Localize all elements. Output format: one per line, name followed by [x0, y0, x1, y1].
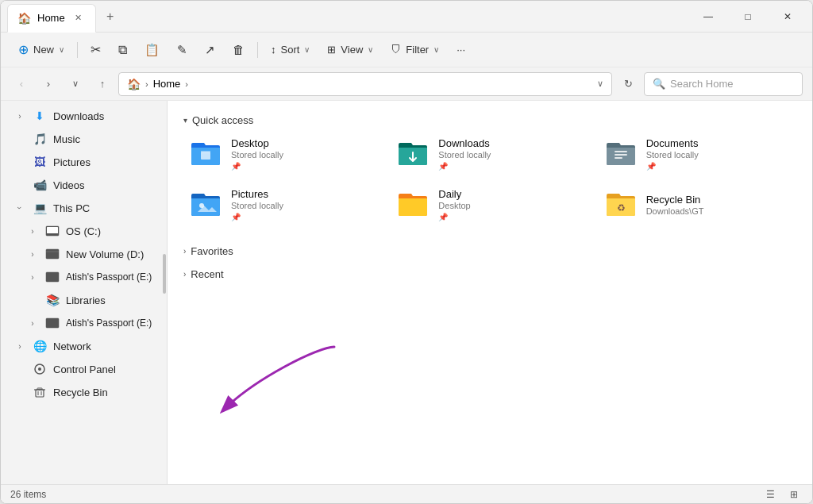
svg-rect-6	[46, 318, 59, 328]
status-bar-right: ☰ ⊞	[761, 486, 803, 503]
folder-item-downloads[interactable]: Downloads Stored locally 📌	[387, 130, 591, 178]
refresh-button[interactable]: ↻	[617, 73, 639, 95]
sidebar-item-videos[interactable]: 📹 Videos	[4, 174, 164, 196]
rename-button[interactable]: ✎	[169, 37, 195, 63]
toolbar-sep-1	[77, 42, 78, 58]
network-chevron: ›	[13, 340, 26, 352]
search-placeholder: Search Home	[670, 78, 733, 90]
folder-item-recycle-bin[interactable]: ♻ Recycle Bin Downloads\GT	[595, 181, 800, 229]
sidebar-item-atish-e1[interactable]: › Atish's Passport (E:)	[4, 266, 164, 288]
os-c-icon	[45, 224, 60, 238]
tab-close-button[interactable]: ✕	[71, 11, 86, 25]
recent-section: › Recent	[180, 264, 800, 284]
new-volume-d-chevron: ›	[26, 248, 39, 260]
recycle-bin-subtitle: Downloads\GT	[646, 206, 704, 216]
sidebar-new-volume-label: New Volume (D:)	[66, 248, 157, 260]
sidebar-os-c-label: OS (C:)	[66, 225, 157, 237]
recent-header[interactable]: › Recent	[180, 264, 800, 284]
daily-name: Daily	[438, 188, 470, 200]
recent-chevron-icon: ›	[183, 270, 186, 279]
grid-view-button[interactable]: ⊞	[785, 486, 803, 503]
libraries-icon: 📚	[45, 293, 60, 307]
active-tab[interactable]: 🏠 Home ✕	[7, 4, 96, 33]
sidebar-item-recycle-bin[interactable]: Recycle Bin	[4, 381, 164, 403]
sidebar-item-network[interactable]: › 🌐 Network	[4, 335, 164, 357]
sidebar-recycle-bin-label: Recycle Bin	[53, 387, 157, 398]
sidebar: › ⬇ Downloads 🎵 Music 🖼 Pictures 📹 Video	[1, 101, 168, 484]
libraries-chevron	[26, 294, 39, 306]
sidebar-item-os-c[interactable]: › OS (C:)	[4, 220, 164, 242]
share-button[interactable]: ↗	[197, 37, 223, 63]
delete-button[interactable]: 🗑	[225, 37, 252, 63]
folder-item-pictures[interactable]: Pictures Stored locally 📌	[180, 181, 384, 229]
svg-rect-5	[46, 272, 59, 282]
cut-button[interactable]: ✂	[83, 37, 109, 63]
sidebar-item-libraries[interactable]: 📚 Libraries	[4, 289, 164, 311]
filter-chevron: ∨	[433, 45, 439, 54]
new-label: New	[33, 44, 54, 56]
recycle-bin-folder-info: Recycle Bin Downloads\GT	[646, 194, 704, 216]
up-button[interactable]: ↑	[91, 73, 114, 95]
sidebar-item-new-volume-d[interactable]: › New Volume (D:)	[4, 243, 164, 265]
delete-icon: 🗑	[233, 43, 245, 56]
minimize-button[interactable]: —	[690, 4, 726, 29]
more-button[interactable]: ···	[449, 37, 473, 63]
new-tab-button[interactable]: +	[99, 6, 121, 28]
downloads-folder-icon	[395, 137, 430, 171]
close-button[interactable]: ✕	[769, 4, 806, 29]
grid-view-icon: ⊞	[790, 489, 798, 500]
sidebar-item-atish-e2[interactable]: › Atish's Passport (E:)	[4, 312, 164, 334]
forward-button[interactable]: ›	[37, 73, 60, 95]
copy-button[interactable]: ⧉	[110, 37, 135, 63]
svg-rect-14	[201, 152, 210, 160]
address-home-icon: 🏠	[127, 78, 141, 90]
expand-button[interactable]: ∨	[64, 73, 87, 95]
recycle-bin-folder-icon: ♻	[603, 187, 638, 222]
sort-button[interactable]: ↕ Sort ∨	[263, 37, 318, 63]
desktop-folder-info: Desktop Stored locally 📌	[231, 137, 283, 171]
folder-item-desktop[interactable]: Desktop Stored locally 📌	[180, 130, 384, 178]
daily-folder-info: Daily Desktop 📌	[438, 188, 470, 221]
copy-icon: ⧉	[118, 43, 127, 57]
pictures-chevron	[13, 156, 26, 168]
folder-item-daily[interactable]: Daily Desktop 📌	[387, 181, 591, 229]
favorites-label: Favorites	[191, 245, 233, 257]
recent-label: Recent	[191, 268, 223, 280]
sidebar-scrollbar-thumb[interactable]	[163, 254, 166, 294]
svg-rect-3	[46, 249, 59, 259]
quick-access-header[interactable]: ▾ Quick access	[180, 110, 800, 130]
sidebar-item-pictures[interactable]: 🖼 Pictures	[4, 151, 164, 173]
paste-icon: 📋	[144, 43, 160, 57]
sidebar-item-this-pc[interactable]: › 💻 This PC	[4, 197, 164, 219]
new-button[interactable]: ⊕ New ∨	[10, 37, 72, 63]
sidebar-item-downloads[interactable]: › ⬇ Downloads	[4, 105, 164, 127]
list-view-button[interactable]: ☰	[761, 486, 779, 503]
search-icon: 🔍	[653, 78, 665, 90]
rename-icon: ✎	[177, 43, 187, 57]
view-chevron: ∨	[368, 45, 373, 54]
folder-item-documents[interactable]: Documents Stored locally 📌	[595, 130, 800, 178]
daily-pin-icon: 📌	[438, 213, 470, 221]
favorites-header[interactable]: › Favorites	[180, 241, 800, 261]
paste-button[interactable]: 📋	[137, 37, 168, 63]
search-box[interactable]: 🔍 Search Home	[644, 72, 803, 96]
documents-subtitle: Stored locally	[646, 150, 699, 160]
sidebar-item-music[interactable]: 🎵 Music	[4, 128, 164, 150]
back-button[interactable]: ‹	[10, 73, 33, 95]
svg-rect-9	[36, 390, 44, 397]
sidebar-this-pc-label: This PC	[53, 202, 157, 214]
svg-point-8	[38, 367, 41, 371]
list-view-icon: ☰	[766, 489, 775, 500]
view-button[interactable]: ⊞ View ∨	[319, 37, 381, 63]
status-bar: 26 items ☰ ⊞	[1, 484, 812, 503]
svg-rect-2	[49, 235, 56, 236]
videos-icon: 📹	[33, 178, 47, 192]
quick-access-chevron-icon: ▾	[183, 116, 187, 125]
sidebar-item-control-panel[interactable]: Control Panel	[4, 358, 164, 380]
pictures-icon: 🖼	[33, 155, 47, 169]
filter-button[interactable]: ⛉ Filter ∨	[383, 37, 447, 63]
quick-access-grid: Desktop Stored locally 📌	[180, 130, 800, 229]
svg-text:♻: ♻	[616, 202, 625, 214]
address-input[interactable]: 🏠 › Home › ∨	[118, 72, 612, 96]
maximize-button[interactable]: □	[730, 4, 766, 29]
